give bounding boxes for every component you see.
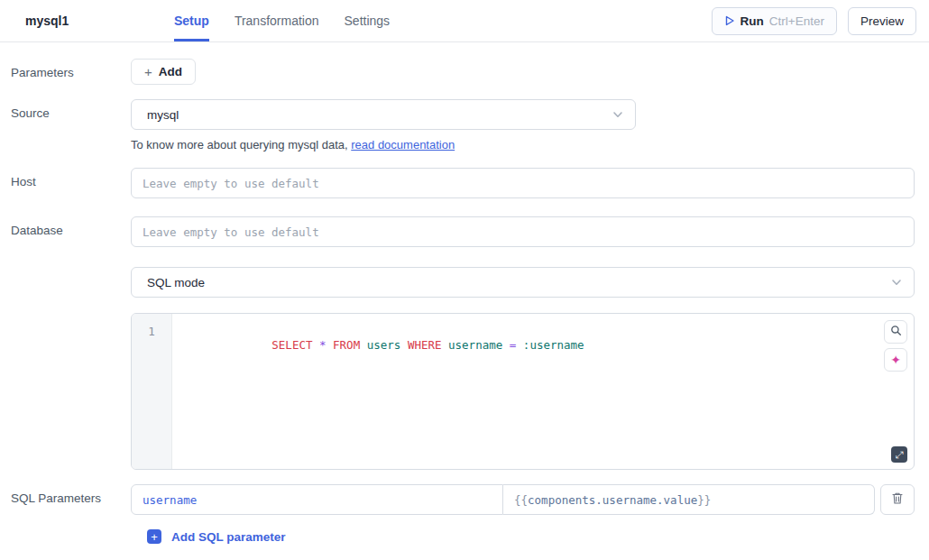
sql-parameter-value-input[interactable]: {{components.username.value}} xyxy=(503,484,875,515)
query-editor-panel: mysql1 Setup Transformation Settings Run… xyxy=(0,0,929,560)
run-shortcut: Ctrl+Enter xyxy=(769,14,824,28)
editor-tools: ✦ xyxy=(884,320,907,372)
run-button[interactable]: Run Ctrl+Enter xyxy=(712,7,837,35)
sql-parameter-key-input[interactable] xyxy=(131,484,503,515)
braces-close: }} xyxy=(697,493,711,507)
read-documentation-link[interactable]: read documentation xyxy=(351,138,455,151)
sql-mode-value: SQL mode xyxy=(147,276,205,289)
tab-setup[interactable]: Setup xyxy=(174,0,209,41)
preview-button[interactable]: Preview xyxy=(848,7,916,35)
add-sql-parameter-button[interactable]: + Add SQL parameter xyxy=(11,529,915,544)
query-tabs: Setup Transformation Settings xyxy=(174,0,390,41)
braces-open: {{ xyxy=(514,493,528,507)
add-parameter-label: Add xyxy=(159,65,182,78)
tab-settings[interactable]: Settings xyxy=(345,0,391,41)
source-label: Source xyxy=(11,99,131,122)
query-name: mysql1 xyxy=(25,14,174,28)
query-setup-form: Parameters + Add Source mysql To know mo… xyxy=(0,42,929,560)
source-help-text: To know more about querying mysql data, … xyxy=(131,138,915,151)
trash-icon xyxy=(891,491,904,509)
chevron-down-icon xyxy=(890,276,903,289)
preview-button-label: Preview xyxy=(860,14,904,28)
host-label: Host xyxy=(11,168,131,190)
search-icon xyxy=(890,324,902,340)
line-number: 1 xyxy=(148,325,155,338)
sql-code-editor[interactable]: 1 SELECT * FROM users WHERE username = :… xyxy=(131,313,915,470)
query-header: mysql1 Setup Transformation Settings Run… xyxy=(0,0,929,42)
sql-mode-select[interactable]: SQL mode xyxy=(131,267,915,298)
sql-parameter-value-text: {{components.username.value}} xyxy=(514,493,863,507)
database-input[interactable] xyxy=(131,216,915,247)
parameters-label: Parameters xyxy=(11,59,131,81)
database-label: Database xyxy=(11,216,131,239)
sparkle-icon: ✦ xyxy=(890,353,901,366)
search-button[interactable] xyxy=(884,320,907,344)
run-button-label: Run xyxy=(740,14,764,28)
sql-parameters-label: SQL Parameters xyxy=(11,484,131,507)
host-input[interactable] xyxy=(131,168,915,198)
code-line-tokens: SELECT * FROM users WHERE username = :us… xyxy=(271,338,584,352)
editor-gutter: 1 xyxy=(132,314,172,469)
play-icon xyxy=(724,15,735,26)
value-inner: components.username.value xyxy=(528,493,697,507)
source-select[interactable]: mysql xyxy=(131,99,636,130)
chevron-down-icon xyxy=(612,108,624,121)
plus-square-icon: + xyxy=(147,529,161,544)
delete-parameter-button[interactable] xyxy=(880,484,915,515)
tab-transformation[interactable]: Transformation xyxy=(235,0,319,41)
plus-icon: + xyxy=(144,64,152,79)
header-actions: Run Ctrl+Enter Preview xyxy=(712,7,916,35)
source-help-prefix: To know more about querying mysql data, xyxy=(131,138,351,151)
add-sql-parameter-label: Add SQL parameter xyxy=(171,530,286,544)
source-select-value: mysql xyxy=(147,108,179,122)
expand-editor-button[interactable]: ⤢ xyxy=(891,446,907,463)
sql-parameter-row: {{components.username.value}} xyxy=(131,484,915,515)
expand-icon: ⤢ xyxy=(896,449,904,461)
add-parameter-button[interactable]: + Add xyxy=(131,59,196,85)
code-area[interactable]: SELECT * FROM users WHERE username = :us… xyxy=(172,314,914,469)
ai-assist-button[interactable]: ✦ xyxy=(884,348,907,372)
